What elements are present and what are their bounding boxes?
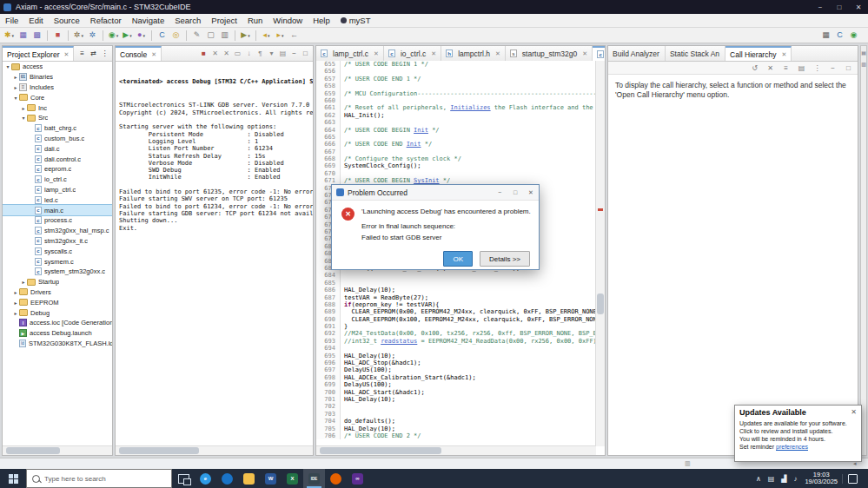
close-icon[interactable]: ✕: [851, 408, 857, 416]
minimize-view-icon[interactable]: −: [827, 64, 838, 72]
expand-icon[interactable]: ▸: [20, 279, 27, 285]
external-tools-icon[interactable]: ▶▾: [239, 29, 252, 42]
forward-icon[interactable]: ▸▾: [274, 29, 287, 42]
scrollbar-thumb[interactable]: [597, 293, 604, 314]
last-edit-icon[interactable]: ←: [288, 29, 301, 42]
build-all-icon[interactable]: ✲: [86, 29, 99, 42]
toggle-mark-icon[interactable]: ▥: [218, 29, 231, 42]
dialog-maximize-button[interactable]: □: [507, 185, 523, 200]
scrollbar-thumb[interactable]: [320, 447, 441, 454]
menu-myst[interactable]: myST: [335, 14, 376, 27]
tab-build-analyzer[interactable]: Build Analyzer: [608, 46, 666, 61]
tree-item-stm32g0xx-hal-msp-c[interactable]: cstm32g0xx_hal_msp.c: [3, 226, 112, 236]
start-button[interactable]: [0, 469, 26, 488]
tree-item-drivers[interactable]: ▸Drivers: [3, 287, 112, 298]
tree-item-process-c[interactable]: cprocess.c: [3, 215, 112, 226]
run-icon[interactable]: ▶▾: [121, 29, 134, 42]
scroll-lock-icon[interactable]: ↓: [243, 49, 255, 57]
tree-item-core[interactable]: ▾Core: [3, 92, 112, 102]
tree-item-eeprom-c[interactable]: ceeprom.c: [3, 164, 112, 175]
stm32cubeide-icon[interactable]: IDE: [303, 469, 325, 488]
tab-static-stack-an[interactable]: Static Stack An: [666, 46, 726, 61]
collapse-icon[interactable]: ▾: [20, 115, 27, 121]
sort-icon[interactable]: ≡: [780, 64, 792, 72]
tree-item-stm32g030k8tx-flash-ld[interactable]: ldSTM32G030K8TX_FLASH.ld: [3, 339, 112, 349]
visual-studio-icon[interactable]: ∞: [347, 469, 368, 488]
close-tab-icon[interactable]: ✕: [582, 50, 587, 57]
tree-item-src[interactable]: ▾Src: [3, 113, 112, 123]
open-perspective-icon[interactable]: ▦: [819, 29, 832, 42]
editor-tab-lampctrl-h[interactable]: hlampctrl.h✕: [441, 46, 506, 61]
explorer-hscrollbar[interactable]: [3, 445, 112, 455]
menu-source[interactable]: Source: [49, 14, 85, 27]
tree-item-binaries[interactable]: ▸01Binaries: [3, 72, 112, 82]
expand-icon[interactable]: ▸: [12, 84, 19, 90]
link-editor-icon[interactable]: ⇄: [88, 49, 99, 57]
maximize-view-icon[interactable]: □: [300, 49, 311, 57]
dialog-minimize-button[interactable]: −: [492, 185, 507, 200]
taskbar-clock[interactable]: 19:03 19/03/2025: [800, 472, 842, 486]
restore-view-icon-2[interactable]: ▥: [861, 61, 866, 67]
menu-run[interactable]: Run: [242, 14, 268, 27]
tray-expand-icon[interactable]: ∧: [752, 475, 765, 483]
collapse-all-icon[interactable]: ≡: [76, 49, 88, 57]
expand-icon[interactable]: ▸: [12, 74, 19, 80]
scrollbar-thumb[interactable]: [119, 447, 199, 454]
restore-view-icon[interactable]: ▤: [861, 49, 866, 56]
tree-item-stm32g0xx-it-c[interactable]: cstm32g0xx_it.c: [3, 236, 112, 247]
firefox-icon[interactable]: [325, 469, 347, 488]
editor-vscrollbar[interactable]: [595, 61, 605, 446]
edge-browser-icon[interactable]: e: [195, 469, 216, 488]
editor-tab-main-c[interactable]: cmain.c✕: [593, 46, 605, 61]
browser-icon[interactable]: [216, 469, 238, 488]
terminate-icon[interactable]: ■: [51, 29, 64, 42]
network-icon[interactable]: ▟: [778, 475, 790, 483]
pin-console-icon[interactable]: ▾: [266, 49, 277, 57]
menu-file[interactable]: File: [0, 14, 23, 27]
expand-icon[interactable]: ▸: [12, 289, 19, 295]
tree-item-startup[interactable]: ▸Startup: [3, 277, 112, 287]
progress-monitor-icon[interactable]: ▥: [685, 460, 691, 467]
task-view-button[interactable]: [172, 469, 195, 488]
back-icon[interactable]: ◂▾: [260, 29, 273, 42]
menu-refactor[interactable]: Refactor: [85, 14, 127, 27]
tree-item-dali-control-c[interactable]: cdali.control.c: [3, 154, 112, 164]
close-tab-icon[interactable]: ✕: [374, 50, 379, 57]
save-icon[interactable]: ▦: [17, 29, 30, 42]
file-explorer-icon[interactable]: [238, 469, 260, 488]
editor-hscrollbar[interactable]: [316, 445, 596, 455]
editor-tab-io-ctrl-c[interactable]: cio_ctrl.c✕: [384, 46, 441, 61]
tree-item-lamp-ctrl-c[interactable]: clamp_ctrl.c: [3, 185, 112, 195]
expand-icon[interactable]: ▸: [12, 310, 19, 316]
remove-all-launches-icon[interactable]: ✕: [221, 49, 232, 57]
collapse-icon[interactable]: ▾: [4, 63, 11, 69]
volume-icon[interactable]: ♪: [790, 475, 800, 483]
scrollbar-thumb[interactable]: [6, 447, 60, 454]
tab-project-explorer[interactable]: Project Explorer ✕: [3, 46, 74, 61]
close-tab-icon[interactable]: ✕: [431, 50, 436, 57]
taskbar-search[interactable]: Type here to search: [26, 469, 172, 488]
layout-icon[interactable]: ▤: [796, 64, 807, 72]
maximize-view-icon[interactable]: □: [843, 64, 854, 72]
clear-console-icon[interactable]: ▭: [232, 49, 243, 57]
new-c-project-icon[interactable]: C: [156, 29, 169, 42]
tree-item-syscalls-c[interactable]: csyscalls.c: [3, 246, 112, 256]
error-marker[interactable]: [598, 208, 603, 211]
tree-item-led-c[interactable]: cled.c: [3, 195, 112, 205]
open-element-icon[interactable]: ▢: [204, 29, 217, 42]
word-wrap-icon[interactable]: ¶: [255, 49, 266, 57]
debug-perspective-icon[interactable]: ◉: [847, 29, 860, 42]
minimize-button[interactable]: −: [811, 0, 830, 14]
word-icon[interactable]: W: [260, 469, 282, 488]
menu-edit[interactable]: Edit: [23, 14, 48, 27]
terminate-icon[interactable]: ■: [198, 49, 209, 57]
tree-item-io-ctrl-c[interactable]: cio_ctrl.c: [3, 175, 112, 185]
profile-icon[interactable]: ●▾: [135, 29, 148, 42]
cpp-perspective-icon[interactable]: C: [833, 29, 846, 42]
tree-item-includes[interactable]: ▸≡Includes: [3, 82, 112, 93]
expand-icon[interactable]: ▸: [20, 105, 27, 111]
tree-item-system-stm32g0xx-c[interactable]: csystem_stm32g0xx.c: [3, 267, 112, 277]
tree-item-inc[interactable]: ▸Inc: [3, 102, 112, 113]
tree-item-custom-bus-c[interactable]: ccustom_bus.c: [3, 134, 112, 144]
open-console-icon[interactable]: ▤: [277, 49, 288, 57]
